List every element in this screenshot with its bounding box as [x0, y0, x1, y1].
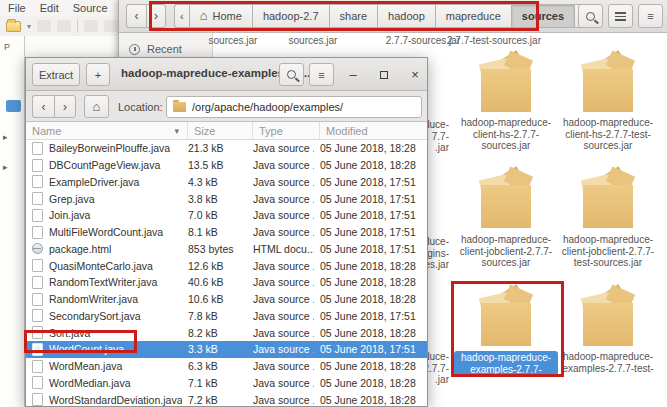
- java-file-icon: [32, 142, 43, 155]
- ide-menu-file[interactable]: File: [8, 2, 26, 16]
- save-all-icon[interactable]: [57, 20, 71, 32]
- table-row[interactable]: QuasiMonteCarlo.java12.6 kBJava source .…: [26, 257, 427, 274]
- tree-expander-icon[interactable]: ▸: [3, 132, 8, 142]
- annotation-box-examples-jar: [451, 281, 564, 377]
- icon-label[interactable]: hadoop-mapreduce-examples-2.7.7-test-: [553, 351, 663, 374]
- dropdown-caret-icon[interactable]: ▾: [27, 22, 31, 31]
- java-file-icon: [32, 226, 43, 239]
- search-button[interactable]: [578, 4, 603, 28]
- java-file-icon: [32, 209, 43, 222]
- jar-package-icon[interactable]: [580, 286, 636, 348]
- back-button[interactable]: ‹: [32, 95, 54, 118]
- icon-label[interactable]: hadoop-mapreduce-client-hs-2.7.7-sources…: [451, 117, 561, 152]
- maximize-icon: [380, 71, 388, 79]
- explorer-selected-item[interactable]: [6, 100, 21, 112]
- column-header-name[interactable]: Name ▾: [26, 122, 188, 139]
- folder-icon: [173, 102, 186, 112]
- java-file-icon: [32, 360, 43, 373]
- table-row[interactable]: RandomTextWriter.java40.6 kBJava source …: [26, 274, 427, 291]
- search-icon: [586, 12, 595, 21]
- table-row[interactable]: WordMedian.java7.1 kBJava source ...05 J…: [26, 375, 427, 392]
- table-row[interactable]: Join.java7.0 kBJava source ...05 June 20…: [26, 207, 427, 224]
- run-icon[interactable]: [104, 20, 118, 32]
- icon-label[interactable]: hadoop-mapreduce-client-hs-2.7.7-test-so…: [553, 117, 663, 152]
- minimize-button[interactable]: –: [341, 63, 365, 86]
- icon-label-partial[interactable]: 2.7.7-test-sources.jar: [447, 35, 541, 46]
- sort-desc-icon: ▾: [174, 126, 179, 136]
- column-header-type[interactable]: Type: [253, 122, 320, 139]
- ide-menu-edit[interactable]: Edit: [40, 2, 59, 16]
- html-file-icon: [32, 243, 43, 254]
- location-bar: ‹ › ⌂ Location: /org/apache/hadoop/examp…: [26, 91, 427, 122]
- recent-clock-icon: [129, 44, 140, 55]
- annotation-box-wordcount: [24, 330, 137, 353]
- table-row[interactable]: WordMean.java6.3 kBJava source ...05 Jun…: [26, 358, 427, 375]
- table-row[interactable]: MultiFileWordCount.java8.1 kBJava source…: [26, 224, 427, 241]
- debug-icon[interactable]: [84, 20, 98, 32]
- headerbar-actions: ≡: [578, 4, 663, 28]
- back-button[interactable]: ‹: [126, 4, 146, 28]
- archive-search-button[interactable]: [279, 63, 304, 86]
- new-file-icon[interactable]: [6, 21, 21, 32]
- java-file-icon: [32, 376, 43, 389]
- tree-expander-icon[interactable]: ▸: [3, 162, 8, 172]
- view-toggle-button[interactable]: [608, 4, 633, 28]
- java-file-icon: [32, 309, 43, 322]
- window-title: hadoop-mapreduce-examples-2.7...: [121, 67, 281, 79]
- table-row[interactable]: ExampleDriver.java4.3 kBJava source ...0…: [26, 174, 427, 191]
- desktop: File Edit Source Refa ▾ P ▸ ▸ ‹ › ‹ ⌂: [0, 0, 667, 407]
- home-button[interactable]: ⌂: [84, 95, 109, 118]
- file-list: BaileyBorweinPlouffe.java21.3 kBJava sou…: [26, 140, 427, 407]
- ide-project-explorer: P ▸ ▸: [0, 36, 25, 407]
- location-input[interactable]: /org/apache/hadoop/examples/: [166, 96, 422, 118]
- maximize-button[interactable]: [372, 63, 396, 86]
- forward-button[interactable]: ›: [54, 95, 76, 118]
- java-file-icon: [32, 393, 43, 406]
- jar-package-icon[interactable]: [478, 52, 534, 114]
- archive-manager-window: Extract + hadoop-mapreduce-examples-2.7.…: [25, 57, 428, 407]
- java-file-icon: [32, 175, 43, 188]
- ide-menu-source[interactable]: Source: [73, 2, 108, 16]
- explorer-tab-label[interactable]: P: [4, 42, 10, 52]
- icon-label-partial[interactable]: sources.jar: [209, 35, 258, 46]
- column-header-size[interactable]: Size: [188, 122, 253, 139]
- table-row[interactable]: WordStandardDeviation.java7.2 kBJava sou…: [26, 391, 427, 407]
- table-row[interactable]: RandomWriter.java10.6 kBJava source ...0…: [26, 291, 427, 308]
- toolbar-separator: [77, 19, 78, 33]
- extract-button[interactable]: Extract: [32, 63, 80, 86]
- java-file-icon: [32, 276, 43, 289]
- table-row[interactable]: SecondarySort.java7.8 kBJava source ...0…: [26, 308, 427, 325]
- archive-headerbar: Extract + hadoop-mapreduce-examples-2.7.…: [26, 58, 427, 91]
- table-row[interactable]: package.html853 bytesHTML docu...05 June…: [26, 241, 427, 258]
- table-row[interactable]: DBCountPageView.java13.5 kBJava source .…: [26, 157, 427, 174]
- java-file-icon: [32, 192, 43, 205]
- location-label: Location:: [118, 101, 163, 113]
- column-header-modified[interactable]: Modified: [320, 122, 427, 139]
- table-row[interactable]: BaileyBorweinPlouffe.java21.3 kBJava sou…: [26, 140, 427, 157]
- list-view-icon: [615, 12, 626, 21]
- java-file-icon: [32, 159, 43, 172]
- table-row[interactable]: Grep.java3.8 kBJava source ...05 June 20…: [26, 190, 427, 207]
- close-button[interactable]: ×: [403, 63, 427, 86]
- location-nav-group: ‹ ›: [32, 95, 76, 118]
- java-file-icon: [32, 259, 43, 272]
- search-icon: [287, 70, 296, 79]
- annotation-box-breadcrumb: [149, 1, 539, 31]
- icon-label[interactable]: hadoop-mapreduce-client-jobclient-2.7.7-…: [553, 234, 663, 269]
- app-menu-button[interactable]: ≡: [638, 4, 663, 28]
- location-path: /org/apache/hadoop/examples/: [192, 101, 343, 113]
- jar-package-icon[interactable]: [478, 168, 534, 230]
- java-file-icon: [32, 293, 43, 306]
- recent-label: Recent: [147, 43, 182, 55]
- save-icon[interactable]: [37, 20, 51, 32]
- icon-label[interactable]: hadoop-mapreduce-client-jobclient-2.7.7-…: [451, 234, 561, 269]
- icon-label-partial[interactable]: sources.jar: [289, 35, 338, 46]
- column-headers: Name ▾ Size Type Modified: [26, 122, 427, 140]
- sidebar-item-recent[interactable]: Recent: [119, 33, 212, 55]
- archive-menu-button[interactable]: ≡: [309, 63, 334, 86]
- jar-package-icon[interactable]: [580, 168, 636, 230]
- jar-package-icon[interactable]: [580, 52, 636, 114]
- add-files-button[interactable]: +: [86, 63, 110, 86]
